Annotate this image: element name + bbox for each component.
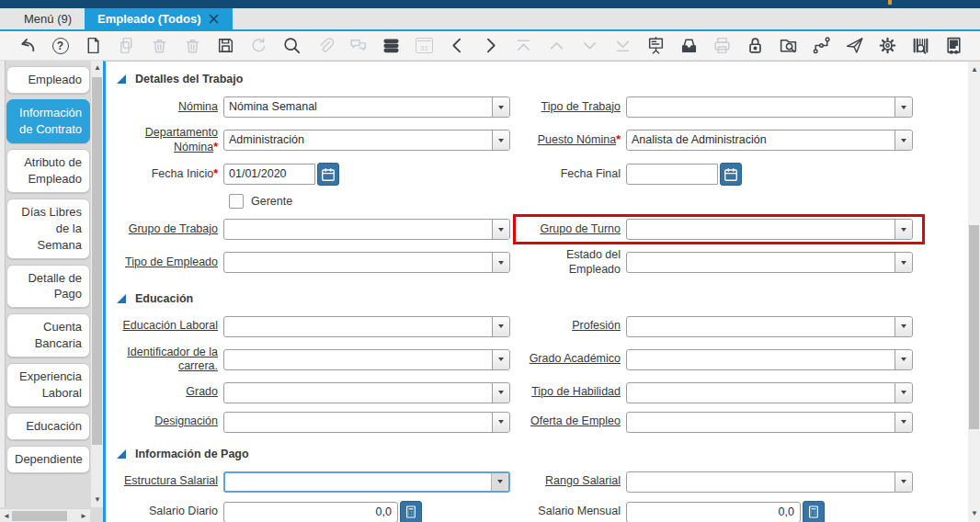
nomina-combobox[interactable]: Nómina Semanal <box>223 96 510 118</box>
label-identificador-carrera[interactable]: Identificador de la carrera. <box>127 346 218 373</box>
section-header-educacion[interactable]: Educación <box>117 292 958 305</box>
sidebar-tab-educacion[interactable]: Educación <box>6 413 90 440</box>
collapse-triangle-icon[interactable] <box>117 74 126 84</box>
fecha-inicio-input[interactable]: 01/01/2020 <box>223 164 315 185</box>
dropdown-arrow-icon[interactable] <box>895 472 912 492</box>
dropdown-arrow-icon[interactable] <box>492 97 509 117</box>
rango-salarial-combobox[interactable] <box>626 471 913 493</box>
next-record-icon[interactable] <box>480 35 501 56</box>
scroll-down-icon[interactable]: ▼ <box>94 496 101 504</box>
dropdown-arrow-icon[interactable] <box>492 383 509 403</box>
label-estructura-salarial[interactable]: Estructura Salarial <box>124 474 218 487</box>
sidebar-tab-empleado[interactable]: Empleado <box>6 66 90 94</box>
close-tab-icon[interactable] <box>208 13 220 25</box>
sidebar-vertical-scrollbar[interactable]: ▲ ▼ <box>91 61 103 507</box>
scroll-left-icon[interactable]: ◄ <box>3 513 10 520</box>
sidebar-horizontal-scrollbar[interactable]: ◄ ► <box>0 508 90 522</box>
dropdown-arrow-icon[interactable] <box>492 253 509 272</box>
report-icon[interactable] <box>645 35 667 56</box>
gerente-checkbox[interactable] <box>229 194 244 209</box>
scroll-right-icon[interactable]: ► <box>80 513 87 520</box>
dropdown-arrow-icon[interactable] <box>895 413 912 432</box>
label-designacion[interactable]: Designación <box>154 414 218 427</box>
preferences-icon[interactable] <box>877 35 898 56</box>
dropdown-arrow-icon[interactable] <box>895 253 912 272</box>
dropdown-arrow-icon[interactable] <box>895 383 912 403</box>
dropdown-arrow-icon[interactable] <box>492 220 509 239</box>
educacion-laboral-combobox[interactable] <box>223 316 510 337</box>
undo-icon[interactable] <box>17 35 38 56</box>
departamento-nomina-combobox[interactable]: Administración <box>223 130 510 151</box>
label-educacion-laboral[interactable]: Educación Laboral <box>122 319 218 332</box>
label-puesto-nomina[interactable]: Puesto Nómina <box>538 133 616 146</box>
toggle-grid-icon[interactable] <box>381 35 402 56</box>
section-header-detalles-del-trabajo[interactable]: Detalles del Trabajo <box>117 73 958 85</box>
label-tipo-de-habilidad[interactable]: Tipo de Habilidad <box>531 385 621 398</box>
grupo-de-turno-combobox[interactable] <box>626 219 913 240</box>
identificador-carrera-combobox[interactable] <box>223 349 510 370</box>
private-lock-icon[interactable] <box>745 35 766 56</box>
calendar-picker-icon[interactable] <box>317 163 339 186</box>
scroll-up-icon[interactable]: ▲ <box>94 64 101 72</box>
workflow-icon[interactable] <box>811 35 832 56</box>
sidebar-tab-dependiente[interactable]: Dependiente <box>6 446 90 473</box>
dropdown-arrow-icon[interactable] <box>492 130 509 150</box>
estructura-salarial-combobox[interactable] <box>223 471 510 493</box>
tipo-de-habilidad-combobox[interactable] <box>626 382 913 403</box>
grado-academico-combobox[interactable] <box>626 349 913 370</box>
scroll-up-icon[interactable]: ▲ <box>971 66 978 74</box>
sidebar-tab-cuenta-bancaria[interactable]: Cuenta Bancaria <box>6 313 90 357</box>
document-posting-icon[interactable] <box>943 35 964 56</box>
label-grado-academico[interactable]: Grado Académico <box>530 352 621 365</box>
calculator-icon[interactable] <box>803 501 825 522</box>
profesion-combobox[interactable] <box>626 316 913 337</box>
tipo-de-empleado-combobox[interactable] <box>223 252 510 273</box>
label-grupo-de-trabajo[interactable]: Grupo de Trabajo <box>129 222 218 235</box>
label-rango-salarial[interactable]: Rango Salarial <box>545 474 621 487</box>
sidebar-tab-informacion-de-contrato[interactable]: Información de Contrato <box>6 99 90 143</box>
oferta-de-empleo-combobox[interactable] <box>626 412 913 433</box>
puesto-nomina-combobox[interactable]: Analista de Administración <box>626 130 913 151</box>
find-icon[interactable] <box>281 35 302 56</box>
label-nomina[interactable]: Nómina <box>178 100 218 113</box>
scrollbar-thumb[interactable] <box>969 225 979 429</box>
label-profesion[interactable]: Profesión <box>572 319 621 332</box>
tab-empleado[interactable]: Empleado (Todos) <box>85 8 233 29</box>
dropdown-arrow-icon[interactable] <box>895 97 912 117</box>
dropdown-arrow-icon[interactable] <box>895 317 912 336</box>
label-grupo-de-turno[interactable]: Grupo de Turno <box>540 222 621 235</box>
scrollbar-thumb[interactable] <box>12 511 67 521</box>
label-grado[interactable]: Grado <box>186 385 218 398</box>
dropdown-arrow-icon[interactable] <box>492 413 509 432</box>
save-icon[interactable] <box>215 35 236 56</box>
section-header-informacion-de-pago[interactable]: Información de Pago <box>117 448 958 460</box>
dropdown-arrow-icon[interactable] <box>895 350 912 369</box>
calculator-icon[interactable] <box>400 501 422 522</box>
sidebar-tab-dias-libres[interactable]: Días Libres de la Semana <box>6 199 90 259</box>
collapse-triangle-icon[interactable] <box>117 449 126 459</box>
dropdown-arrow-icon[interactable] <box>491 473 508 491</box>
zoom-across-icon[interactable] <box>778 35 799 56</box>
collapse-triangle-icon[interactable] <box>117 294 126 303</box>
previous-record-icon[interactable] <box>447 35 468 56</box>
main-vertical-scrollbar[interactable]: ▲ ▼ <box>968 62 980 522</box>
grupo-de-trabajo-combobox[interactable] <box>223 219 510 240</box>
scrollbar-thumb[interactable] <box>92 77 102 445</box>
tipo-de-trabajo-combobox[interactable] <box>626 96 913 118</box>
dropdown-arrow-icon[interactable] <box>492 317 509 336</box>
label-departamento-nomina[interactable]: Departamento Nómina <box>145 126 218 153</box>
label-tipo-de-trabajo[interactable]: Tipo de Trabajo <box>541 100 621 113</box>
requests-icon[interactable] <box>844 35 865 56</box>
label-oferta-de-empleo[interactable]: Oferta de Empleo <box>530 414 621 427</box>
designacion-combobox[interactable] <box>223 412 510 433</box>
archive-icon[interactable] <box>678 35 700 56</box>
salario-diario-input[interactable]: 0,0 <box>223 502 398 522</box>
salario-mensual-input[interactable]: 0,0 <box>626 502 801 522</box>
dropdown-arrow-icon[interactable] <box>895 220 912 239</box>
scroll-down-icon[interactable]: ▼ <box>971 510 978 517</box>
sidebar-tab-experiencia-laboral[interactable]: Experiencia Laboral <box>6 363 90 407</box>
help-icon[interactable]: ? <box>50 35 71 56</box>
tab-menu[interactable]: Menú (9) <box>11 8 85 29</box>
estado-del-empleado-combobox[interactable] <box>626 252 913 273</box>
label-tipo-de-empleado[interactable]: Tipo de Empleado <box>125 255 218 268</box>
